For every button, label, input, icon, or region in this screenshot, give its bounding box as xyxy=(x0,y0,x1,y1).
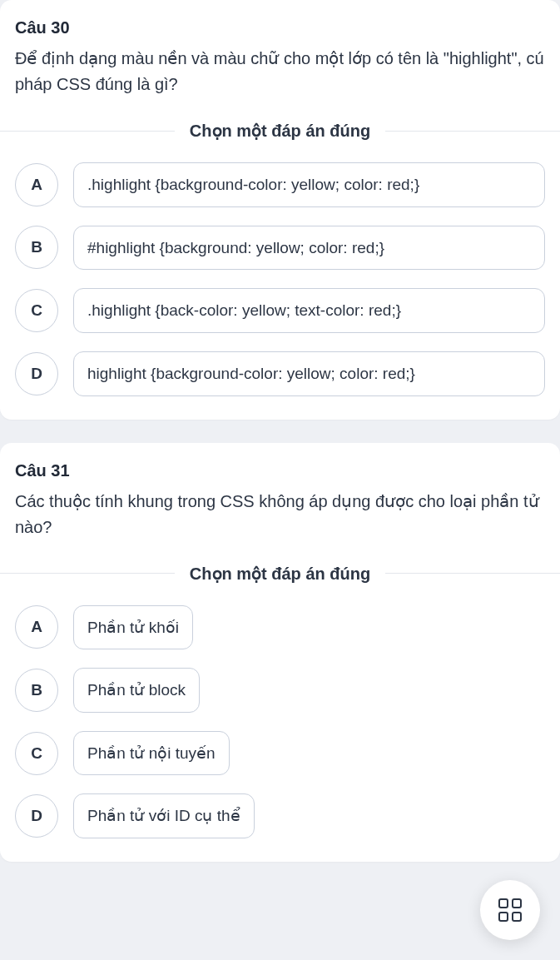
option-text-b[interactable]: #highlight {background: yellow; color: r… xyxy=(73,226,545,271)
prompt-divider: Chọn một đáp án đúng xyxy=(0,564,560,584)
option-row: C Phần tử nội tuyến xyxy=(15,731,545,776)
question-card: Câu 31 Các thuộc tính khung trong CSS kh… xyxy=(0,443,560,863)
option-letter-d[interactable]: D xyxy=(15,352,58,395)
option-text-a[interactable]: .highlight {background-color: yellow; co… xyxy=(73,162,545,207)
option-text-c[interactable]: Phần tử nội tuyến xyxy=(73,731,230,776)
question-text: Để định dạng màu nền và màu chữ cho một … xyxy=(15,46,545,97)
grid-view-button[interactable] xyxy=(480,880,540,885)
question-title: Câu 30 xyxy=(15,18,545,37)
option-letter-a[interactable]: A xyxy=(15,163,58,206)
option-text-d[interactable]: Phần tử với ID cụ thể xyxy=(73,793,255,838)
option-text-b[interactable]: Phần tử block xyxy=(73,668,200,713)
divider-line xyxy=(385,573,560,574)
option-row: B Phần tử block xyxy=(15,668,545,713)
option-letter-b[interactable]: B xyxy=(15,226,58,269)
prompt-divider: Chọn một đáp án đúng xyxy=(0,121,560,141)
prompt-label: Chọn một đáp án đúng xyxy=(175,121,385,141)
option-letter-c[interactable]: C xyxy=(15,732,58,775)
option-letter-a[interactable]: A xyxy=(15,605,58,649)
divider-line xyxy=(0,131,175,132)
question-text: Các thuộc tính khung trong CSS không áp … xyxy=(15,489,545,540)
option-letter-c[interactable]: C xyxy=(15,289,58,332)
option-row: B #highlight {background: yellow; color:… xyxy=(15,226,545,271)
option-text-a[interactable]: Phần tử khối xyxy=(73,605,193,650)
option-letter-d[interactable]: D xyxy=(15,794,58,838)
option-text-c[interactable]: .highlight {back-color: yellow; text-col… xyxy=(73,288,545,333)
option-row: A Phần tử khối xyxy=(15,605,545,650)
option-row: D Phần tử với ID cụ thể xyxy=(15,793,545,838)
option-row: C .highlight {back-color: yellow; text-c… xyxy=(15,288,545,333)
divider-line xyxy=(0,573,175,574)
prompt-label: Chọn một đáp án đúng xyxy=(175,564,385,584)
option-row: A .highlight {background-color: yellow; … xyxy=(15,162,545,207)
divider-line xyxy=(385,131,560,132)
question-title: Câu 31 xyxy=(15,461,545,480)
option-letter-b[interactable]: B xyxy=(15,669,58,712)
option-text-d[interactable]: highlight {background-color: yellow; col… xyxy=(73,351,545,396)
option-row: D highlight {background-color: yellow; c… xyxy=(15,351,545,396)
question-card: Câu 30 Để định dạng màu nền và màu chữ c… xyxy=(0,0,560,420)
